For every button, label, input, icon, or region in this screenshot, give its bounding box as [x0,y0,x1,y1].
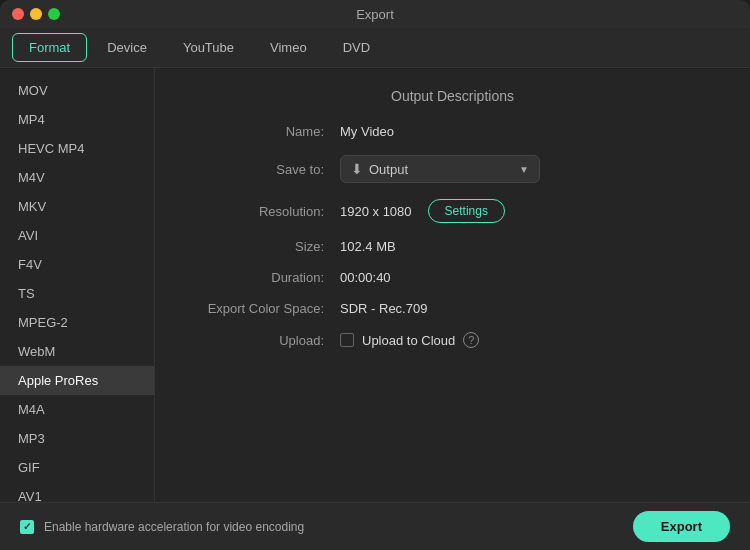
window-title: Export [356,7,394,22]
upload-label: Upload: [185,333,340,348]
save-to-value: Output [369,162,408,177]
size-label: Size: [185,239,340,254]
chevron-down-icon: ▼ [519,164,529,175]
tab-youtube[interactable]: YouTube [167,34,250,61]
sidebar-item-mp3[interactable]: MP3 [0,424,154,453]
tab-format[interactable]: Format [12,33,87,62]
color-space-label: Export Color Space: [185,301,340,316]
tab-bar: Format Device YouTube Vimeo DVD [0,28,750,68]
color-space-row: Export Color Space: SDR - Rec.709 [185,301,720,316]
sidebar-item-mpeg2[interactable]: MPEG-2 [0,308,154,337]
tab-device[interactable]: Device [91,34,163,61]
save-to-dropdown[interactable]: ⬇ Output ▼ [340,155,540,183]
sidebar-item-av1[interactable]: AV1 [0,482,154,502]
format-sidebar: MOV MP4 HEVC MP4 M4V MKV AVI F4V TS MPEG… [0,68,155,502]
sidebar-item-webm[interactable]: WebM [0,337,154,366]
hardware-acceleration-label: Enable hardware acceleration for video e… [44,520,304,534]
help-icon[interactable]: ? [463,332,479,348]
sidebar-item-avi[interactable]: AVI [0,221,154,250]
upload-to-cloud-checkbox[interactable] [340,333,354,347]
maximize-button[interactable] [48,8,60,20]
name-input[interactable] [340,124,720,139]
footer: ✓ Enable hardware acceleration for video… [0,502,750,550]
duration-row: Duration: 00:00:40 [185,270,720,285]
save-to-label: Save to: [185,162,340,177]
hardware-acceleration-checkbox[interactable]: ✓ [20,520,34,534]
tab-dvd[interactable]: DVD [327,34,386,61]
resolution-label: Resolution: [185,204,340,219]
sidebar-item-f4v[interactable]: F4V [0,250,154,279]
sidebar-item-apple-prores[interactable]: Apple ProRes [0,366,154,395]
upload-checkbox-label: Upload to Cloud [362,333,455,348]
sidebar-item-mkv[interactable]: MKV [0,192,154,221]
sidebar-item-mov[interactable]: MOV [0,76,154,105]
folder-icon: ⬇ [351,161,363,177]
sidebar-item-m4v[interactable]: M4V [0,163,154,192]
section-title: Output Descriptions [185,88,720,104]
resolution-value: 1920 x 1080 [340,204,412,219]
save-to-row: Save to: ⬇ Output ▼ [185,155,720,183]
output-panel: Output Descriptions Name: Save to: ⬇ Out… [155,68,750,502]
export-window: Export Format Device YouTube Vimeo DVD M… [0,0,750,550]
minimize-button[interactable] [30,8,42,20]
color-space-value: SDR - Rec.709 [340,301,720,316]
tab-vimeo[interactable]: Vimeo [254,34,323,61]
window-controls [12,8,60,20]
settings-button[interactable]: Settings [428,199,505,223]
sidebar-item-m4a[interactable]: M4A [0,395,154,424]
resolution-row: Resolution: 1920 x 1080 Settings [185,199,720,223]
export-button[interactable]: Export [633,511,730,542]
name-label: Name: [185,124,340,139]
sidebar-item-gif[interactable]: GIF [0,453,154,482]
upload-row: Upload: Upload to Cloud ? [185,332,720,348]
duration-value: 00:00:40 [340,270,720,285]
size-value: 102.4 MB [340,239,720,254]
sidebar-item-hevc-mp4[interactable]: HEVC MP4 [0,134,154,163]
sidebar-item-ts[interactable]: TS [0,279,154,308]
name-row: Name: [185,124,720,139]
close-button[interactable] [12,8,24,20]
main-content: MOV MP4 HEVC MP4 M4V MKV AVI F4V TS MPEG… [0,68,750,502]
title-bar: Export [0,0,750,28]
sidebar-item-mp4[interactable]: MP4 [0,105,154,134]
duration-label: Duration: [185,270,340,285]
size-row: Size: 102.4 MB [185,239,720,254]
